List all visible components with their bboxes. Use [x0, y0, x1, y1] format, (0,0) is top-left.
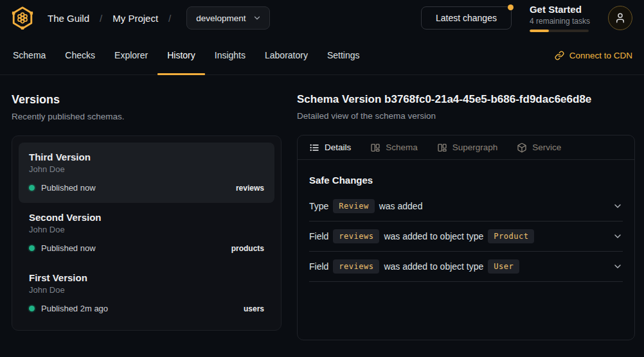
change-row-field-product[interactable]: Field reviews was added to object type P… — [309, 222, 623, 252]
changes-section: Safe Changes Type Review was added Field… — [298, 175, 634, 282]
version-author: John Doe — [29, 285, 264, 295]
breadcrumb-separator: / — [98, 13, 103, 24]
version-author: John Doe — [29, 164, 264, 174]
target-selector-dropdown[interactable]: development — [186, 6, 269, 30]
latest-changes-button[interactable]: Latest changes — [421, 6, 512, 30]
schema-version-detail-box: Details Schema Supergraph — [297, 135, 635, 340]
change-code-badge: reviews — [333, 229, 379, 243]
change-code-badge: Product — [488, 229, 534, 243]
tab-insights[interactable]: Insights — [205, 36, 255, 74]
tab-supergraph[interactable]: Supergraph — [437, 143, 498, 153]
version-list: Third Version John Doe Published now rev… — [12, 135, 282, 331]
tab-checks[interactable]: Checks — [55, 36, 105, 74]
tab-schema[interactable]: Schema — [3, 36, 55, 74]
chevron-down-icon[interactable] — [613, 261, 623, 272]
link-icon — [555, 51, 564, 60]
tab-schema-view-label: Schema — [386, 143, 418, 152]
connect-to-cdn-label: Connect to CDN — [569, 51, 632, 60]
breadcrumb-separator: / — [167, 13, 172, 24]
tab-service-label: Service — [532, 143, 561, 152]
columns-icon — [437, 143, 447, 153]
safe-changes-heading: Safe Changes — [309, 175, 623, 186]
tab-settings[interactable]: Settings — [318, 36, 370, 74]
change-suffix: was added to object type — [384, 231, 483, 241]
tab-laboratory[interactable]: Laboratory — [255, 36, 318, 74]
version-service-badge: products — [231, 244, 264, 253]
change-prefix: Field — [309, 261, 328, 272]
chevron-down-icon[interactable] — [613, 231, 623, 241]
connect-to-cdn-link[interactable]: Connect to CDN — [555, 36, 632, 74]
published-status-dot — [29, 245, 35, 251]
get-started-widget[interactable]: Get Started 4 remaining tasks — [530, 4, 590, 32]
tab-explorer[interactable]: Explorer — [105, 36, 157, 74]
notification-dot — [508, 4, 514, 10]
versions-subtitle: Recently published schemas. — [12, 112, 282, 121]
versions-panel: Versions Recently published schemas. Thi… — [12, 93, 282, 340]
version-item-first[interactable]: First Version John Doe Published 2m ago … — [19, 263, 274, 324]
tab-history[interactable]: History — [157, 36, 205, 74]
chevron-down-icon[interactable] — [613, 201, 623, 211]
tab-supergraph-label: Supergraph — [452, 143, 498, 152]
get-started-progressbar — [530, 30, 589, 32]
top-header: The Guild / My Project / development Lat… — [0, 0, 644, 36]
change-suffix: was added — [379, 201, 423, 211]
version-status: Published 2m ago — [41, 304, 108, 313]
get-started-subtitle: 4 remaining tasks — [530, 17, 590, 26]
latest-changes-label: Latest changes — [436, 13, 497, 23]
target-selector-value: development — [196, 13, 246, 23]
tab-schema-view[interactable]: Schema — [370, 143, 418, 153]
schema-version-title: Schema Version b3768fc0-21a4-45e5-b686-f… — [297, 93, 635, 106]
main-nav: Schema Checks Explorer History Insights … — [0, 36, 644, 75]
version-title: Second Version — [29, 212, 264, 223]
nav-tabs: Schema Checks Explorer History Insights … — [3, 36, 370, 74]
versions-title: Versions — [12, 93, 282, 107]
change-code-badge: reviews — [333, 259, 379, 274]
chevron-down-icon — [253, 13, 262, 22]
version-service-badge: users — [244, 304, 264, 313]
change-row-field-user[interactable]: Field reviews was added to object type U… — [309, 252, 623, 282]
tab-details-label: Details — [325, 143, 351, 152]
columns-icon — [370, 143, 380, 153]
cube-icon — [517, 143, 527, 153]
progress-fill — [530, 30, 549, 32]
change-code-badge: User — [488, 259, 519, 274]
published-status-dot — [29, 306, 35, 311]
version-author: John Doe — [29, 225, 264, 234]
version-status: Published now — [41, 183, 96, 193]
content-area: Versions Recently published schemas. Thi… — [0, 75, 644, 340]
breadcrumb-org[interactable]: The Guild — [48, 13, 89, 24]
version-title: Third Version — [29, 152, 264, 162]
breadcrumb-project[interactable]: My Project — [112, 13, 158, 24]
change-code-badge: Review — [333, 199, 374, 213]
guild-logo-icon[interactable] — [10, 6, 35, 30]
schema-version-subtitle: Detailed view of the schema version — [297, 111, 635, 121]
schema-version-panel: Schema Version b3768fc0-21a4-45e5-b686-f… — [297, 93, 635, 340]
user-avatar[interactable] — [608, 6, 632, 30]
get-started-title: Get Started — [530, 4, 590, 16]
version-title: First Version — [29, 272, 264, 283]
tab-service[interactable]: Service — [517, 143, 561, 153]
change-suffix: was added to object type — [384, 261, 483, 272]
detail-tabs: Details Schema Supergraph — [298, 135, 634, 160]
change-prefix: Field — [309, 231, 328, 241]
version-service-badge: reviews — [236, 184, 264, 193]
version-item-second[interactable]: Second Version John Doe Published now pr… — [19, 203, 274, 263]
list-icon — [309, 143, 319, 153]
user-icon — [614, 12, 626, 24]
change-row-type-review[interactable]: Type Review was added — [309, 191, 623, 222]
version-item-third[interactable]: Third Version John Doe Published now rev… — [19, 143, 274, 203]
change-prefix: Type — [309, 201, 328, 211]
published-status-dot — [29, 185, 35, 191]
version-status: Published now — [41, 243, 96, 253]
tab-details[interactable]: Details — [309, 143, 351, 153]
